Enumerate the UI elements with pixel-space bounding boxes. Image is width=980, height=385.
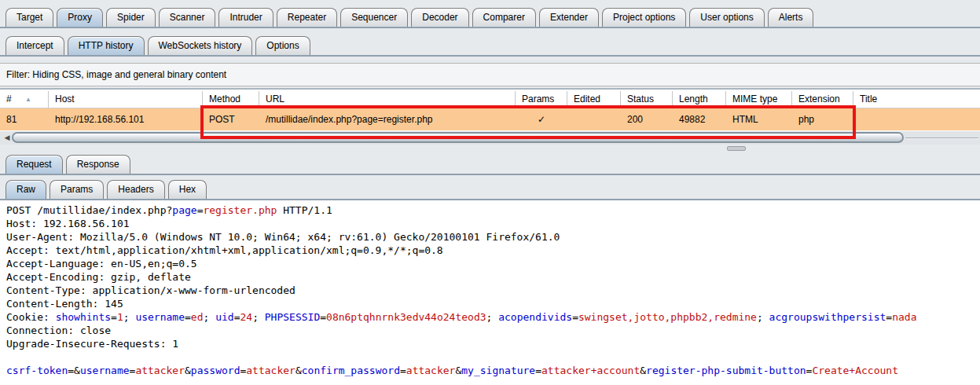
column-header-url[interactable]: URL bbox=[259, 91, 516, 108]
request-line: Upgrade-Insecure-Requests: 1 bbox=[6, 337, 980, 350]
cell-mime-type: HTML bbox=[726, 108, 792, 130]
tab-scanner[interactable]: Scanner bbox=[159, 8, 216, 27]
tab-intercept[interactable]: Intercept bbox=[6, 36, 64, 55]
column-header-method[interactable]: Method bbox=[203, 91, 259, 108]
editor-tab-bar: RequestResponse bbox=[0, 151, 980, 175]
filter-text: Filter: Hiding CSS, image and general bi… bbox=[6, 69, 226, 80]
request-line: Host: 192.168.56.101 bbox=[6, 217, 980, 230]
cell-extension: php bbox=[792, 108, 853, 130]
proxy-tab-bar: InterceptHTTP historyWebSockets historyO… bbox=[0, 31, 980, 57]
tab-headers[interactable]: Headers bbox=[107, 180, 164, 199]
cell-url: /mutillidae/index.php?page=register.php bbox=[259, 108, 516, 130]
tab-websockets-history[interactable]: WebSockets history bbox=[148, 36, 253, 55]
cell-index: 81 bbox=[0, 108, 49, 130]
request-line: Accept: text/html,application/xhtml+xml,… bbox=[6, 244, 980, 257]
scroll-left-arrow-icon[interactable]: ◀ bbox=[2, 133, 12, 143]
request-line bbox=[6, 350, 980, 364]
tab-sequencer[interactable]: Sequencer bbox=[340, 8, 408, 27]
tab-raw[interactable]: Raw bbox=[6, 180, 46, 199]
tab-params[interactable]: Params bbox=[50, 180, 104, 199]
cell-edited bbox=[567, 108, 621, 130]
raw-request-text-area[interactable]: POST /mutillidae/index.php?page=register… bbox=[6, 204, 980, 385]
history-filter-bar[interactable]: Filter: Hiding CSS, image and general bi… bbox=[0, 63, 980, 86]
sort-ascending-icon: ▲ bbox=[25, 91, 31, 108]
column-header-edited[interactable]: Edited bbox=[567, 91, 621, 108]
request-line: POST /mutillidae/index.php?page=register… bbox=[6, 204, 980, 217]
request-line: Accept-Language: en-US,en;q=0.5 bbox=[6, 257, 980, 270]
request-line: Cookie: showhints=1; username=ed; uid=24… bbox=[6, 310, 980, 324]
cell-method: POST bbox=[203, 108, 259, 130]
tab-repeater[interactable]: Repeater bbox=[277, 8, 337, 27]
horizontal-scrollbar[interactable]: ◀ bbox=[0, 131, 980, 145]
tab-user-options[interactable]: User options bbox=[689, 8, 764, 27]
column-header-length[interactable]: Length bbox=[673, 91, 726, 108]
column-header-[interactable]: #▲ bbox=[0, 91, 49, 108]
tab-request[interactable]: Request bbox=[6, 155, 63, 174]
cell-host: http://192.168.56.101 bbox=[49, 108, 203, 130]
tab-spider[interactable]: Spider bbox=[106, 8, 156, 27]
request-line: csrf-token=&username=attacker&password=a… bbox=[6, 364, 980, 377]
cell-status: 200 bbox=[621, 108, 673, 130]
main-tab-bar: TargetProxySpiderScannerIntruderRepeater… bbox=[0, 3, 980, 28]
request-line: Content-Type: application/x-www-form-url… bbox=[6, 284, 980, 297]
message-view-tab-bar: RawParamsHeadersHex bbox=[0, 177, 980, 200]
tab-project-options[interactable]: Project options bbox=[602, 8, 686, 27]
history-table-header: #▲HostMethodURLParamsEditedStatusLengthM… bbox=[0, 91, 980, 108]
tab-http-history[interactable]: HTTP history bbox=[68, 36, 145, 55]
column-header-params[interactable]: Params bbox=[516, 91, 567, 108]
cell-params: ✓ bbox=[516, 108, 567, 130]
column-header-mime-type[interactable]: MIME type bbox=[726, 91, 792, 108]
request-line: Connection: close bbox=[6, 324, 980, 337]
tab-hex[interactable]: Hex bbox=[168, 180, 207, 199]
column-header-extension[interactable]: Extension bbox=[792, 91, 853, 108]
history-row[interactable]: 81http://192.168.56.101POST/mutillidae/i… bbox=[0, 108, 980, 130]
scrollbar-track[interactable] bbox=[905, 138, 978, 138]
scrollbar-thumb[interactable] bbox=[12, 132, 904, 143]
tab-alerts[interactable]: Alerts bbox=[768, 8, 814, 27]
column-header-title[interactable]: Title bbox=[853, 91, 980, 108]
tab-comparer[interactable]: Comparer bbox=[472, 8, 536, 27]
request-line: Accept-Encoding: gzip, deflate bbox=[6, 270, 980, 284]
tab-decoder[interactable]: Decoder bbox=[411, 8, 468, 27]
cell-title bbox=[853, 108, 980, 130]
tab-options[interactable]: Options bbox=[255, 36, 310, 55]
cell-length: 49882 bbox=[673, 108, 726, 130]
tab-extender[interactable]: Extender bbox=[539, 8, 599, 27]
request-line: User-Agent: Mozilla/5.0 (Windows NT 10.0… bbox=[6, 230, 980, 244]
column-header-host[interactable]: Host bbox=[49, 91, 203, 108]
tab-target[interactable]: Target bbox=[6, 8, 53, 27]
tab-response[interactable]: Response bbox=[66, 155, 130, 174]
tab-proxy[interactable]: Proxy bbox=[57, 8, 103, 27]
tab-intruder[interactable]: Intruder bbox=[218, 8, 273, 27]
request-line: Content-Length: 145 bbox=[6, 297, 980, 310]
column-header-status[interactable]: Status bbox=[621, 91, 673, 108]
